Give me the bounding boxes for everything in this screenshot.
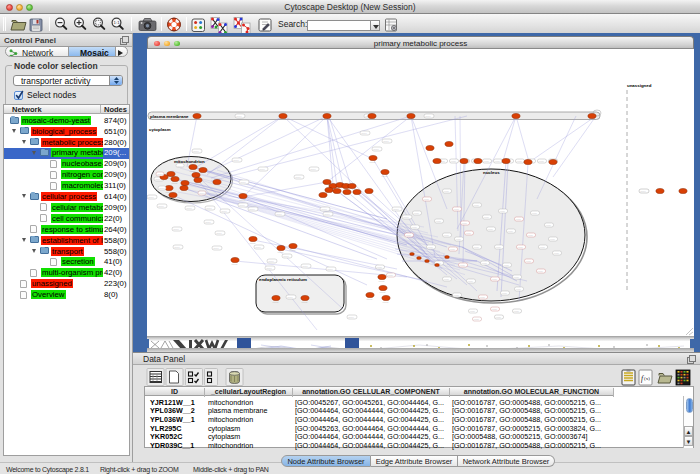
svg-text:####: #### — [456, 238, 462, 241]
svg-text:####: #### — [436, 220, 442, 223]
svg-text:####: #### — [173, 228, 179, 231]
svg-text:####: #### — [424, 198, 430, 201]
svg-text:####: #### — [177, 165, 183, 168]
svg-text:####: #### — [517, 160, 523, 163]
svg-text:1:1: 1:1 — [114, 20, 121, 25]
svg-text:mitochondrion: mitochondrion — [174, 159, 205, 164]
svg-text:####: #### — [361, 132, 367, 135]
svg-text:####: #### — [157, 173, 163, 176]
svg-text:####: #### — [221, 210, 227, 213]
svg-text:####: #### — [516, 218, 522, 221]
svg-text:#####: ##### — [382, 175, 389, 177]
svg-text:####: #### — [518, 246, 524, 249]
svg-text:####: #### — [216, 232, 222, 235]
svg-text:unassigned: unassigned — [627, 83, 652, 88]
svg-text:####: #### — [492, 278, 498, 281]
svg-text:####: #### — [540, 246, 546, 249]
svg-text:####: #### — [414, 212, 420, 215]
svg-text:####: #### — [174, 246, 180, 249]
svg-text:#####: ##### — [370, 161, 377, 163]
svg-text:####: #### — [468, 280, 474, 283]
svg-text:#####: ##### — [379, 280, 386, 282]
svg-text:#####: ##### — [302, 301, 309, 303]
svg-text:####: #### — [488, 228, 494, 231]
svg-text:####: #### — [213, 247, 219, 250]
svg-text:#####: ##### — [240, 199, 247, 201]
svg-text:####: #### — [550, 238, 556, 241]
svg-text:####: #### — [474, 318, 480, 321]
svg-text:####: #### — [255, 246, 261, 249]
svg-text:####: #### — [554, 252, 560, 255]
svg-text:#####: ##### — [232, 263, 239, 265]
svg-text:####: #### — [495, 160, 501, 163]
svg-text:####: #### — [462, 222, 468, 225]
svg-text:####: #### — [206, 207, 212, 210]
svg-text:####: #### — [516, 288, 522, 291]
svg-text:#####: ##### — [273, 301, 280, 303]
svg-text:####: #### — [428, 246, 434, 249]
svg-text:####: #### — [159, 187, 165, 190]
svg-text:####: #### — [148, 196, 154, 199]
svg-text:####: #### — [504, 264, 510, 267]
svg-text:####: #### — [406, 234, 412, 237]
svg-text:#####: ##### — [250, 242, 257, 244]
svg-text:####: #### — [444, 190, 450, 193]
svg-text:plasma membrane: plasma membrane — [150, 114, 189, 119]
svg-text:####: #### — [451, 160, 457, 163]
svg-text:####: #### — [268, 260, 274, 263]
svg-text:####: #### — [480, 296, 486, 299]
svg-text:####: #### — [514, 310, 520, 313]
svg-text:####: #### — [193, 150, 199, 153]
svg-text:####: #### — [259, 168, 265, 171]
svg-text:####: #### — [492, 308, 498, 311]
svg-text:####: #### — [266, 267, 272, 270]
svg-text:#####: ##### — [172, 182, 179, 184]
svg-text:####: #### — [444, 234, 450, 237]
svg-text:####: #### — [454, 294, 460, 297]
svg-text:####: #### — [186, 207, 192, 210]
svg-text:####: #### — [546, 224, 552, 227]
svg-text:####: #### — [249, 208, 255, 211]
svg-text:####: #### — [496, 246, 502, 249]
svg-text:####: #### — [508, 230, 514, 233]
svg-text:####: #### — [474, 246, 480, 249]
svg-text:nucleus: nucleus — [483, 170, 500, 175]
svg-text:####: #### — [482, 262, 488, 265]
svg-text:####: #### — [239, 204, 245, 207]
svg-text:####: #### — [310, 168, 316, 171]
svg-text:####: #### — [514, 276, 520, 279]
svg-text:####: #### — [236, 115, 242, 118]
svg-text:####: #### — [321, 208, 327, 211]
svg-text:#####: ##### — [170, 198, 177, 200]
svg-text:####: #### — [460, 264, 466, 267]
svg-text:endoplasmic reticulum: endoplasmic reticulum — [259, 277, 307, 282]
svg-text:####: #### — [377, 266, 383, 269]
svg-text:####: #### — [388, 274, 394, 277]
svg-text:####: #### — [538, 270, 544, 273]
svg-text:####: #### — [466, 232, 472, 235]
svg-text:####: #### — [302, 265, 308, 268]
svg-text:####: #### — [502, 292, 508, 295]
svg-text:####: #### — [373, 148, 379, 151]
svg-text:####: #### — [532, 212, 538, 215]
svg-text:#####: ##### — [383, 301, 390, 303]
svg-text:####: #### — [450, 248, 456, 251]
svg-text:####: #### — [324, 213, 330, 216]
svg-text:####: #### — [158, 205, 164, 208]
svg-text:####: #### — [295, 176, 301, 179]
svg-text:####: #### — [470, 310, 476, 313]
svg-text:####: #### — [412, 226, 418, 229]
svg-text:#####: ##### — [290, 249, 297, 251]
svg-text:####: #### — [484, 160, 490, 163]
svg-text:####: #### — [528, 234, 534, 237]
svg-text:#####: ##### — [367, 298, 374, 300]
svg-text:####: #### — [496, 316, 502, 319]
svg-text:#####: ##### — [380, 291, 387, 293]
svg-text:####: #### — [500, 210, 506, 213]
svg-text:####: #### — [403, 216, 409, 219]
svg-text:#####: ##### — [278, 251, 285, 253]
svg-text:####: #### — [640, 190, 646, 193]
svg-text:####: #### — [233, 159, 239, 162]
svg-text:####: #### — [276, 213, 282, 216]
svg-text:####: #### — [539, 160, 545, 163]
